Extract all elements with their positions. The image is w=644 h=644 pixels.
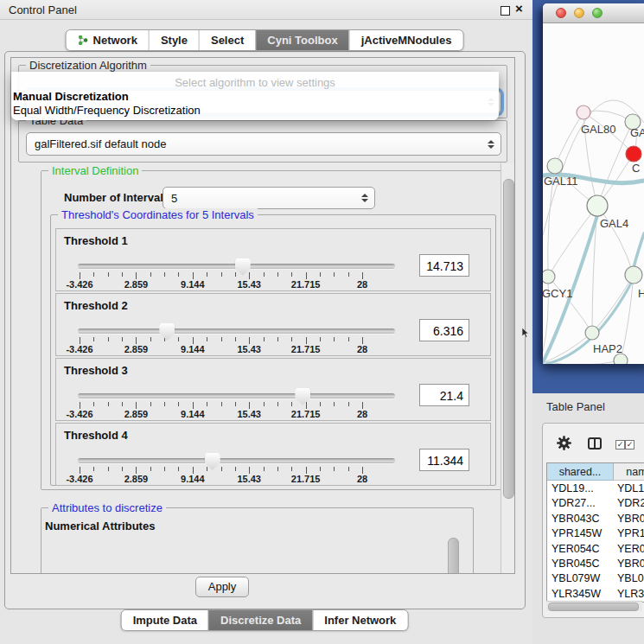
slider-thumb[interactable] bbox=[235, 258, 251, 276]
threshold-value-field[interactable]: 14.713 bbox=[419, 254, 469, 277]
checkbox-icon[interactable]: ✓ bbox=[615, 440, 625, 450]
table-row[interactable]: YDR27...YDR2 bbox=[547, 496, 644, 511]
slider-tick-label: -3.426 bbox=[66, 409, 92, 419]
cell-name: YBR0 bbox=[617, 512, 644, 526]
cell-shared-name: YLR345W bbox=[552, 587, 601, 602]
column-header-name[interactable]: name bbox=[614, 463, 644, 481]
slider-tick-label: 15.43 bbox=[237, 474, 261, 484]
network-node-gal11[interactable] bbox=[547, 158, 563, 174]
network-node[interactable] bbox=[614, 354, 628, 364]
attributes-scrollbar[interactable] bbox=[448, 538, 459, 574]
slider-tick bbox=[291, 467, 292, 471]
close-icon[interactable]: × bbox=[515, 1, 523, 16]
slider-tick bbox=[362, 272, 363, 279]
slider-tick bbox=[348, 467, 349, 471]
network-node-c[interactable] bbox=[626, 146, 641, 162]
zoom-traffic-light[interactable] bbox=[592, 8, 603, 18]
threshold-row-3: Threshold 3-3.4262.8599.14415.4321.71528… bbox=[55, 358, 491, 421]
tab-discretize-data[interactable]: Discretize Data bbox=[208, 610, 312, 630]
threshold-value-field[interactable]: 21.4 bbox=[419, 384, 469, 406]
table-row[interactable]: YBR045CYBR0 bbox=[547, 557, 644, 571]
popup-item-1[interactable]: Manual Discretization bbox=[13, 90, 129, 103]
threshold-label: Threshold 1 bbox=[64, 234, 128, 247]
tab-jactivemnodules[interactable]: jActiveMNodules bbox=[349, 30, 463, 50]
minimize-traffic-light[interactable] bbox=[574, 8, 584, 18]
apply-button[interactable]: Apply bbox=[195, 577, 249, 597]
threshold-row-2: Threshold 2-3.4262.8599.14415.4321.71528… bbox=[55, 293, 491, 356]
table-row[interactable]: YPR145WYPR1 bbox=[547, 526, 644, 541]
table-hscrollbar-thumb[interactable] bbox=[548, 603, 639, 611]
table-hscrollbar-track[interactable] bbox=[546, 601, 642, 611]
number-of-intervals-combo[interactable]: 5 bbox=[163, 187, 375, 209]
threshold-label: Threshold 3 bbox=[64, 364, 128, 377]
column-header-shared-name[interactable]: shared... bbox=[547, 463, 614, 481]
checkbox-icon[interactable]: ✓ bbox=[625, 440, 634, 450]
slider-track[interactable] bbox=[78, 328, 395, 334]
slider-tick bbox=[348, 402, 349, 406]
network-node-hap2[interactable] bbox=[585, 326, 599, 340]
slider-tick bbox=[207, 337, 207, 341]
tab-select[interactable]: Select bbox=[199, 30, 255, 50]
slider-tick bbox=[122, 402, 123, 406]
tab-style[interactable]: Style bbox=[149, 30, 199, 50]
slider-tick bbox=[178, 402, 179, 406]
slider-thumb[interactable] bbox=[159, 323, 175, 341]
node-label: GAL80 bbox=[581, 123, 615, 136]
cell-shared-name: YDR27... bbox=[552, 496, 596, 511]
node-label: HAP2 bbox=[593, 342, 622, 355]
slider-tick bbox=[249, 467, 250, 474]
slider-tick bbox=[193, 272, 194, 279]
slider-tick bbox=[150, 272, 151, 277]
table-row[interactable]: YDL19...YDL1 bbox=[547, 481, 644, 496]
threshold-value-field[interactable]: 6.316 bbox=[419, 319, 469, 341]
slider-tick bbox=[235, 272, 236, 277]
tab-cyni-toolbox[interactable]: Cyni Toolbox bbox=[255, 30, 348, 50]
float-window-icon[interactable] bbox=[501, 6, 510, 16]
combo-stepper-icon[interactable] bbox=[486, 140, 495, 149]
slider-tick bbox=[136, 402, 137, 409]
popup-item-2[interactable]: Equal Width/Frequency Discretization bbox=[13, 104, 201, 117]
node-attribute-table: shared... name YDL19...YDL1YDR27...YDR2Y… bbox=[546, 462, 644, 603]
network-node-gal80[interactable] bbox=[577, 105, 590, 119]
slider-tick bbox=[93, 402, 94, 406]
tab-network[interactable]: Network bbox=[67, 30, 149, 50]
thresholds-group: Threshold's Coordinates for 5 Intervals … bbox=[50, 214, 496, 486]
settings-scrollbar-thumb[interactable] bbox=[503, 179, 514, 499]
settings-scrollbar-track[interactable] bbox=[501, 163, 515, 573]
network-window-titlebar[interactable] bbox=[543, 3, 644, 23]
slider-tick bbox=[249, 337, 250, 344]
threshold-value-field[interactable]: 11.344 bbox=[419, 449, 469, 471]
table-data-group: Table Data galFiltered.sif default node bbox=[18, 120, 507, 163]
tab-infer-network[interactable]: Infer Network bbox=[312, 610, 407, 630]
combo-stepper-icon[interactable] bbox=[360, 194, 369, 202]
tab-impute-data[interactable]: Impute Data bbox=[122, 610, 208, 630]
table-row[interactable]: YBR043CYBR0 bbox=[547, 512, 644, 526]
close-traffic-light[interactable] bbox=[556, 8, 566, 18]
column-browse-icon[interactable] bbox=[588, 437, 602, 450]
network-canvas[interactable]: GAL80GACGAL11GAL4GCY1HHAP2 bbox=[543, 23, 644, 364]
slider-thumb[interactable] bbox=[295, 388, 310, 405]
table-row[interactable]: YER054CYER0 bbox=[547, 542, 644, 557]
table-row[interactable]: YBL079WYBL0 bbox=[547, 571, 644, 586]
slider-tick bbox=[306, 402, 307, 409]
slider-track[interactable] bbox=[78, 393, 395, 399]
slider-tick bbox=[306, 272, 307, 279]
slider-tick bbox=[136, 337, 137, 344]
slider-track[interactable] bbox=[78, 458, 395, 463]
popup-hint-item[interactable]: Select algorithm to view settings bbox=[11, 76, 499, 89]
network-node-h[interactable] bbox=[625, 266, 642, 284]
cell-name: YDL1 bbox=[617, 481, 644, 496]
cell-shared-name: YER054C bbox=[552, 542, 600, 557]
slider-tick bbox=[334, 272, 335, 277]
network-node-gal4[interactable] bbox=[587, 195, 608, 216]
cell-shared-name: YBL079W bbox=[552, 571, 600, 586]
tab-label: Cyni Toolbox bbox=[267, 30, 337, 50]
slider-tick-label: 21.715 bbox=[291, 474, 321, 484]
slider-tick bbox=[348, 272, 349, 277]
gear-icon[interactable] bbox=[557, 436, 571, 450]
table-data-combo[interactable]: galFiltered.sif default node bbox=[26, 132, 501, 156]
slider-tick bbox=[207, 272, 207, 277]
network-node-gcy1[interactable] bbox=[543, 270, 555, 284]
table-row[interactable]: YLR345WYLR3 bbox=[547, 587, 644, 602]
slider-tick bbox=[108, 337, 109, 341]
